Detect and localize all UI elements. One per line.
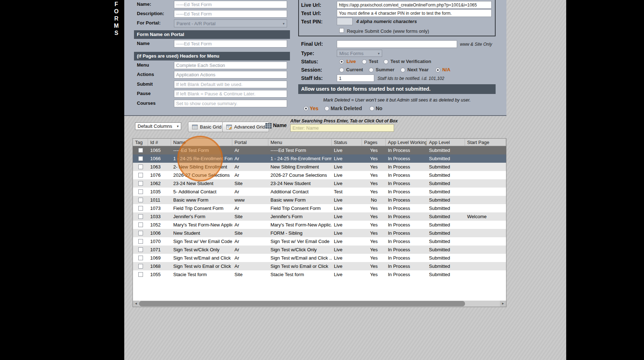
cell-app-level-working: In Process [386,262,427,270]
cell-id: 1033 [148,212,171,221]
header-tag[interactable]: Tag [133,139,148,146]
cell-menu: Additional Contact [268,188,332,196]
table-row[interactable]: 1070 Sign Test w/ Ver Email Code Ar Sign… [133,237,506,246]
delete-yes-radio[interactable] [304,106,308,111]
page-background: Name: Description: For Portal: Parent - … [124,0,566,360]
header-portal[interactable]: Portal [232,139,268,146]
row-checkbox[interactable] [138,256,143,260]
header-pages[interactable]: Pages [362,139,386,146]
scrollbar-thumb[interactable] [139,301,465,306]
pause-label: Pause [137,91,151,96]
header-status[interactable]: Status [332,139,362,146]
live-url-input[interactable] [337,1,492,9]
cell-status: Live [332,254,362,262]
row-checkbox[interactable] [138,231,143,235]
pause-input[interactable] [174,90,287,98]
table-row[interactable]: 1055 Stacie Test form Site Stacie Test f… [133,270,506,279]
delete-mark-deleted-radio[interactable] [325,106,329,111]
row-checkbox[interactable] [138,156,143,161]
courses-input[interactable] [174,100,287,107]
status-test-radio[interactable] [362,59,367,64]
table-row[interactable]: 1071 Sign Test w/Click Only Ar Sign Test… [133,246,506,254]
cell-id: 1055 [148,270,171,279]
name-input[interactable] [174,1,287,8]
cell-name: 1 - 24-25 Re-Enrollment Form [171,154,232,163]
cell-pages: Yes [362,163,386,171]
scroll-left-button[interactable]: ◄ [133,301,139,307]
header-app-level[interactable]: App Level [427,139,465,146]
actions-input[interactable] [174,71,287,78]
cell-status: Live [332,246,362,254]
cell-start-page [465,146,506,154]
cell-start-page [465,171,506,179]
table-row[interactable]: 1006 New Student Site FORM - Sibling Liv… [133,229,506,237]
for-portal-select[interactable]: Parent - A/R Portal ▾ [174,19,287,27]
cell-id: 1071 [148,246,171,254]
session-summer-radio[interactable] [369,68,374,72]
final-url-input[interactable] [337,40,457,48]
table-row[interactable]: 1068 Sign Test w/o Email or Click Ar Sig… [133,262,506,270]
table-row[interactable]: 1073 Field Trip Consent Form Ar Field Tr… [133,204,506,212]
delete-no-radio[interactable] [370,106,374,111]
description-input[interactable] [174,10,287,18]
portal-name-input[interactable] [174,40,287,48]
row-checkbox[interactable] [138,189,143,194]
status-test-verification-radio[interactable] [384,59,388,64]
table-row[interactable]: 1011 Basic www Form www Basic www Form L… [133,196,506,204]
row-checkbox[interactable] [138,148,143,153]
for-portal-value: Parent - A/R Portal [176,21,215,26]
row-checkbox[interactable] [138,222,143,227]
cell-menu: -----Ed Test Form [268,146,332,154]
form-editor-section: Name: Description: For Portal: Parent - … [124,0,506,116]
table-row[interactable]: 1035 5- Additional Contact Ar Additional… [133,188,506,196]
cell-name: New Student [171,229,232,237]
session-na-radio[interactable] [435,68,440,72]
row-checkbox[interactable] [138,206,143,211]
header-name[interactable]: Name [171,139,232,146]
basic-grid-button[interactable]: Basic Grid [188,122,225,132]
table-row[interactable]: 1065 -----Ed Test Form Ar -----Ed Test F… [133,146,506,154]
columns-select[interactable]: Default Columns ▾ [135,122,181,130]
status-live-radio[interactable] [339,59,344,64]
test-pin-input[interactable] [337,18,353,25]
advanced-grid-button[interactable]: Advanced Grid [222,122,269,132]
horizontal-scrollbar[interactable]: ◄ ► [133,301,506,307]
row-checkbox[interactable] [138,165,143,169]
row-checkbox[interactable] [138,181,143,186]
cell-id: 1006 [148,229,171,237]
row-checkbox[interactable] [138,247,143,252]
cell-menu: Field Trip Consent Form [268,204,332,212]
header-start-page[interactable]: Start Page [465,139,506,146]
table-row[interactable]: 1033 Jennifer's Form Site Jennifer's For… [133,212,506,221]
test-url-input[interactable] [337,9,492,17]
table-row[interactable]: 1052 Mary's Test Form-New Applic... Ar M… [133,221,506,229]
type-select[interactable]: Misc Forms ▾ [337,50,382,57]
header-id[interactable]: Id # [148,139,171,146]
row-checkbox[interactable] [138,198,143,202]
row-checkbox[interactable] [138,272,143,277]
header-app-level-working[interactable]: App Level Working [386,139,427,146]
table-row[interactable]: 1069 Sign Test w/Email and Click ... Ar … [133,254,506,262]
require-submit-checkbox[interactable] [339,28,344,33]
table-row[interactable]: 1063 2- New Sibling Enrollment Ar New Si… [133,163,506,171]
table-row[interactable]: 1062 23-24 New Student Site 23-24 New St… [133,179,506,188]
menu-input[interactable] [174,62,287,69]
scroll-right-button[interactable]: ► [500,301,506,307]
session-next-year-radio[interactable] [401,68,405,72]
row-checkbox[interactable] [138,173,143,177]
submit-input[interactable] [174,81,287,88]
row-checkbox[interactable] [138,264,143,269]
table-row[interactable]: 1076 2026-27 Course Selections Ar 2026-2… [133,171,506,179]
cell-tag [133,254,148,262]
session-current-radio[interactable] [339,68,344,72]
name-search-input[interactable] [290,124,394,132]
staff-ids-hint: Staff Ids to be notified. i.d. 101,102 [377,76,444,81]
cell-name: Basic www Form [171,196,232,204]
row-checkbox[interactable] [138,239,143,244]
table-row[interactable]: 1066 1 - 24-25 Re-Enrollment Form Ar 1 -… [133,154,506,163]
row-checkbox[interactable] [138,214,143,219]
cell-status: Live [332,196,362,204]
grid-header: Tag Id # Name Portal Menu Status Pages A… [133,139,506,146]
staff-ids-input[interactable] [337,75,374,82]
header-menu[interactable]: Menu [268,139,332,146]
